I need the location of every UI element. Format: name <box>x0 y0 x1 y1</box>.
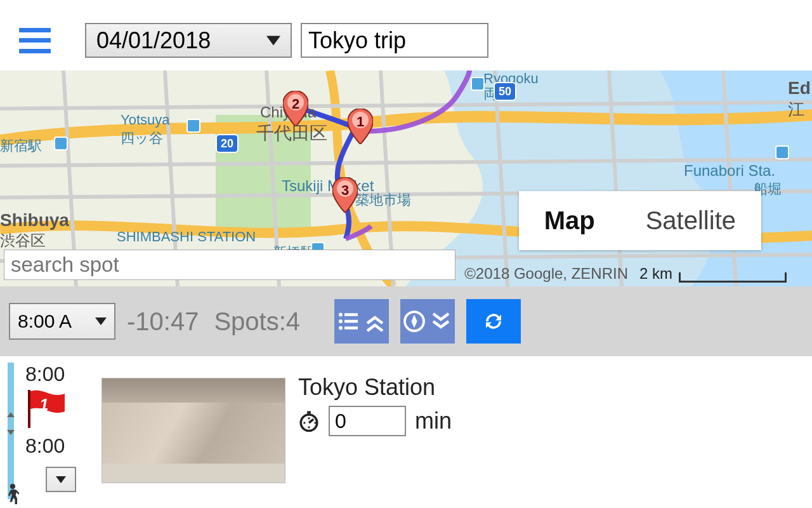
pin-number: 2 <box>283 96 308 112</box>
map-canvas[interactable]: Chiyoda 千代田区 Tsukiji Market 築地市場 Shibuya… <box>0 70 812 286</box>
train-icon <box>54 137 68 150</box>
map-label: Funabori Sta. <box>684 162 775 180</box>
transport-mode-select[interactable] <box>46 467 76 492</box>
walk-icon <box>4 483 22 507</box>
reorder-handle-icon[interactable] <box>3 411 18 436</box>
time-end: 8:00 <box>25 434 65 458</box>
map-type-map[interactable]: Map <box>519 191 620 250</box>
map-label: Yotsuya <box>121 112 169 128</box>
map-credit: ©2018 Google, ZENRIN 2 km <box>464 265 787 283</box>
expand-panel-button[interactable] <box>400 299 455 344</box>
spot-info: Tokyo Station min <box>298 363 452 499</box>
route-shield: 50 <box>494 82 516 101</box>
map-label: 渋谷区 <box>0 231 46 251</box>
svg-rect-8 <box>344 320 358 323</box>
pin-number: 3 <box>332 182 358 199</box>
scale-bar <box>679 272 787 283</box>
map-pin-2[interactable]: 2 <box>283 91 308 126</box>
map-label: 築地市場 <box>355 190 411 210</box>
start-time-select[interactable]: 8:00 A <box>9 303 115 340</box>
spots-count: Spots:4 <box>214 307 300 336</box>
compass-icon <box>403 310 426 333</box>
map-type-satellite[interactable]: Satellite <box>620 191 761 250</box>
time-column: 8:00 1 8:00 <box>23 363 89 499</box>
svg-rect-10 <box>344 326 358 330</box>
map-type-toggle: Map Satellite <box>519 191 761 250</box>
stopwatch-icon <box>298 410 320 432</box>
spot-thumbnail[interactable] <box>102 378 285 483</box>
chevron-down-icon <box>56 476 66 483</box>
controls-bar: 8:00 A -10:47 Spots:4 <box>0 286 812 356</box>
svg-rect-15 <box>307 411 311 413</box>
spot-flag[interactable]: 1 <box>25 390 70 428</box>
itinerary-item: 8:00 1 8:00 Tokyo Station min <box>0 356 812 499</box>
svg-rect-6 <box>344 313 358 316</box>
refresh-icon <box>482 310 505 333</box>
transport-row <box>25 467 76 492</box>
svg-rect-13 <box>28 390 30 428</box>
route-shield: 20 <box>216 134 239 153</box>
start-time-value: 8:00 A <box>18 311 72 332</box>
pin-number: 1 <box>348 114 373 130</box>
map-pin-1[interactable]: 1 <box>348 109 373 144</box>
map-scale: 2 km <box>639 265 787 283</box>
map-label: Shibuya <box>0 210 69 231</box>
refresh-button[interactable] <box>466 299 521 344</box>
flag-number: 1 <box>39 395 48 415</box>
map-pin-3[interactable]: 3 <box>332 177 358 213</box>
map-label: SHIMBASHI STATION <box>117 229 256 245</box>
spot-title: Tokyo Station <box>298 374 452 401</box>
svg-point-5 <box>339 313 343 317</box>
date-select[interactable]: 04/01/2018 <box>85 23 292 58</box>
svg-point-9 <box>339 326 343 330</box>
duration-row: min <box>298 406 452 436</box>
scale-label: 2 km <box>639 265 672 283</box>
train-icon <box>187 119 200 133</box>
time-offset: -10:47 <box>127 307 199 336</box>
header: 04/01/2018 <box>0 0 812 70</box>
chevron-up-double-icon <box>363 310 386 333</box>
map-label: 四ッ谷 <box>121 129 163 148</box>
date-value: 04/01/2018 <box>96 27 211 54</box>
time-start: 8:00 <box>25 363 65 386</box>
collapse-list-button[interactable] <box>334 299 389 344</box>
train-icon <box>775 145 789 159</box>
svg-point-12 <box>10 484 15 489</box>
map-label: 新宿駅 <box>0 137 42 156</box>
list-icon <box>337 310 360 333</box>
search-spot-input[interactable] <box>4 250 455 280</box>
train-icon <box>471 77 485 91</box>
map-label: Ed <box>788 78 811 98</box>
timeline-rail <box>0 363 23 499</box>
duration-unit: min <box>415 408 452 434</box>
duration-input[interactable] <box>329 406 406 436</box>
chevron-down-icon <box>266 36 280 45</box>
map-label: 江 <box>788 98 804 121</box>
chevron-down-double-icon <box>429 310 452 333</box>
menu-icon[interactable] <box>19 28 51 53</box>
svg-point-7 <box>339 319 343 323</box>
trip-name-input[interactable] <box>301 23 488 58</box>
chevron-down-icon <box>95 318 107 325</box>
credit-text: ©2018 Google, ZENRIN <box>464 265 628 283</box>
